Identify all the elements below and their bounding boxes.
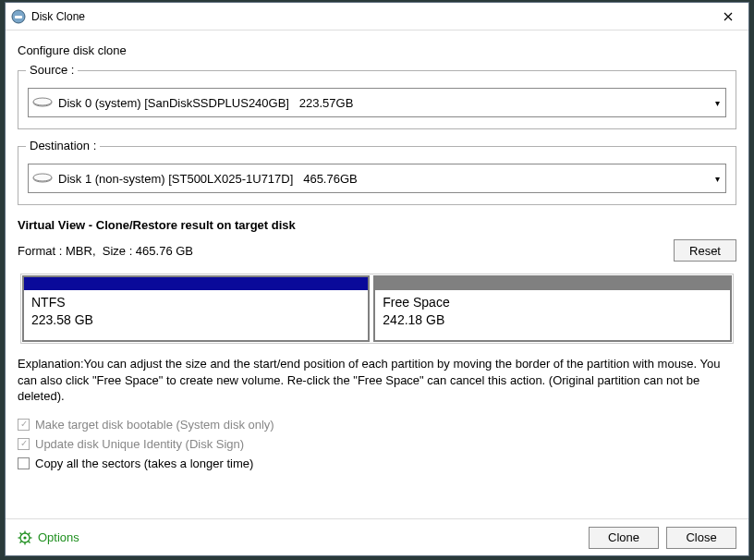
destination-legend: Destination :: [26, 139, 100, 152]
svg-rect-1: [15, 16, 22, 18]
configure-label: Configure disk clone: [18, 43, 736, 57]
svg-line-14: [29, 532, 30, 534]
svg-point-5: [33, 174, 52, 181]
gear-icon: [18, 530, 32, 545]
partition-name: NTFS: [31, 294, 360, 311]
partition-free-space[interactable]: Free Space 242.18 GB: [373, 275, 732, 342]
close-icon: [724, 12, 733, 21]
disk-icon: [29, 97, 56, 108]
window-title: Disk Clone: [31, 10, 708, 23]
svg-line-15: [20, 541, 22, 542]
partition-name: Free Space: [383, 294, 723, 311]
svg-point-7: [23, 536, 26, 539]
source-disk-text: Disk 0 (system) [SanDiskSSDPLUS240GB] 22…: [56, 96, 709, 110]
explanation-text: Explanation:You can adjust the size and …: [18, 356, 736, 405]
virtual-view-bold: Virtual View: [18, 218, 85, 232]
disk-icon: [29, 173, 56, 184]
partition-color-stripe: [375, 277, 730, 290]
check-copy-all-sectors[interactable]: Copy all the sectors (takes a longer tim…: [18, 457, 736, 470]
titlebar: Disk Clone: [6, 3, 748, 30]
virtual-view-heading: Virtual View - Clone/Restore result on t…: [18, 218, 736, 232]
app-icon: [11, 9, 26, 24]
partition-body: NTFS 223.58 GB: [24, 290, 368, 333]
options-label: Options: [38, 530, 79, 544]
source-group: Source : Disk 0 (system) [SanDiskSSDPLUS…: [18, 70, 736, 129]
check-label: Make target disk bootable (System disk o…: [35, 418, 274, 432]
destination-disk-combo[interactable]: Disk 1 (non-system) [ST500LX025-1U717D] …: [28, 164, 726, 193]
reset-button[interactable]: Reset: [674, 239, 736, 262]
check-label: Copy all the sectors (takes a longer tim…: [35, 457, 253, 470]
check-make-bootable: ✓ Make target disk bootable (System disk…: [18, 418, 736, 432]
checkbox-icon: ✓: [18, 419, 30, 431]
check-label: Update disk Unique Identity (Disk Sign): [35, 437, 244, 451]
close-button[interactable]: [708, 3, 748, 30]
partition-size: 242.18 GB: [383, 311, 723, 329]
svg-line-13: [29, 541, 30, 542]
clone-button[interactable]: Clone: [589, 527, 659, 549]
partition-body: Free Space 242.18 GB: [375, 290, 730, 333]
format-line: Format : MBR, Size : 465.76 GB: [18, 244, 674, 258]
dialog-body: Configure disk clone Source : Disk 0 (sy…: [6, 30, 748, 485]
partition-size: 223.58 GB: [31, 311, 360, 329]
checkbox-icon: ✓: [18, 438, 30, 450]
options-link[interactable]: Options: [18, 530, 581, 545]
chevron-down-icon: ▾: [709, 98, 725, 108]
destination-group: Destination : Disk 1 (non-system) [ST500…: [18, 146, 736, 205]
format-row: Format : MBR, Size : 465.76 GB Reset: [18, 239, 736, 262]
checkbox-group: ✓ Make target disk bootable (System disk…: [18, 418, 736, 470]
partition-color-stripe: [24, 277, 368, 290]
svg-line-12: [20, 532, 22, 534]
partition-canvas: NTFS 223.58 GB Free Space 242.18 GB: [18, 271, 736, 347]
check-update-unique: ✓ Update disk Unique Identity (Disk Sign…: [18, 437, 736, 451]
close-footer-button[interactable]: Close: [666, 527, 736, 549]
dialog-window: Disk Clone Configure disk clone Source :…: [5, 2, 749, 556]
destination-disk-text: Disk 1 (non-system) [ST500LX025-1U717D] …: [56, 172, 709, 186]
source-legend: Source :: [26, 63, 78, 77]
checkbox-icon: [18, 457, 30, 469]
footer: Options Clone Close: [6, 518, 748, 555]
svg-point-3: [33, 98, 52, 105]
chevron-down-icon: ▾: [709, 174, 725, 184]
virtual-view-rest: - Clone/Restore result on target disk: [85, 218, 296, 232]
partition-ntfs[interactable]: NTFS 223.58 GB: [22, 275, 370, 342]
source-disk-combo[interactable]: Disk 0 (system) [SanDiskSSDPLUS240GB] 22…: [28, 88, 726, 117]
